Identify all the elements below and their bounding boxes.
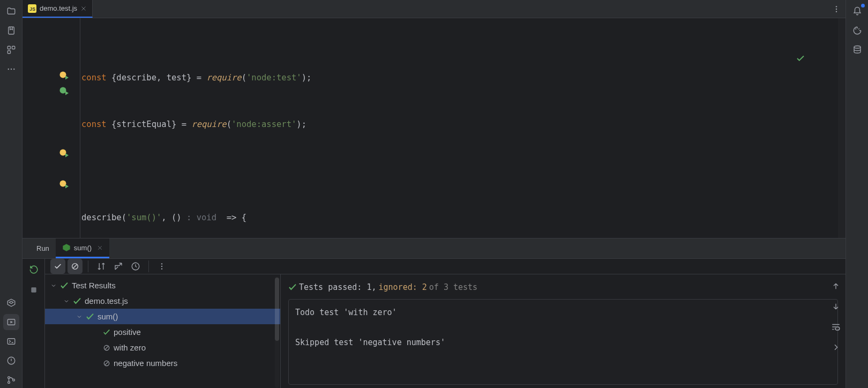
svg-marker-10 <box>10 321 13 324</box>
up-icon[interactable] <box>828 279 843 294</box>
svg-point-25 <box>60 150 66 156</box>
tree-suite[interactable]: sum() <box>45 309 280 324</box>
code-area[interactable]: const {describe, test} = require('node:t… <box>80 18 845 238</box>
svg-marker-29 <box>63 244 70 251</box>
services-icon[interactable] <box>3 295 19 311</box>
run-tab-run[interactable]: Run <box>30 238 56 258</box>
console-side-toolbar <box>828 279 843 355</box>
tree-file[interactable]: demo.test.js <box>45 293 280 309</box>
database-icon[interactable] <box>849 42 865 58</box>
svg-point-20 <box>836 11 837 12</box>
chevron-down-icon <box>63 298 70 304</box>
editor-tab[interactable]: JS demo.test.js <box>23 0 93 18</box>
svg-point-34 <box>161 263 162 264</box>
editor-scrollbar[interactable] <box>838 18 845 238</box>
terminal-icon[interactable] <box>3 333 19 349</box>
run-gutter-icon[interactable] <box>59 148 69 158</box>
pass-icon <box>103 329 110 336</box>
test-console[interactable]: Tests passed: 1, ignored: 2 of 3 tests T… <box>281 274 845 388</box>
chevron-down-icon <box>76 314 83 320</box>
run-gutter-icon[interactable] <box>59 86 69 96</box>
chevron-right-icon[interactable] <box>828 340 843 355</box>
js-file-icon: JS <box>28 4 36 13</box>
svg-point-5 <box>10 69 11 70</box>
softwrap-icon[interactable] <box>828 319 843 334</box>
editor-gutter[interactable] <box>23 18 80 238</box>
tab-close-icon[interactable] <box>80 5 87 12</box>
left-toolstrip <box>0 0 23 388</box>
svg-rect-11 <box>8 339 15 345</box>
svg-point-39 <box>854 46 860 49</box>
svg-marker-8 <box>9 301 13 304</box>
svg-point-6 <box>13 69 14 70</box>
svg-point-4 <box>8 69 9 70</box>
svg-rect-0 <box>8 27 14 34</box>
pass-icon <box>86 312 94 321</box>
toolbar-more-icon[interactable] <box>154 259 169 274</box>
inspection-ok-icon[interactable] <box>796 23 836 94</box>
show-passed-icon[interactable] <box>50 259 65 274</box>
tab-filename: demo.test.js <box>40 4 77 12</box>
console-line: Todo test 'with zero' <box>295 305 831 320</box>
console-line: Skipped test 'negative numbers' <box>295 335 831 350</box>
run-panel: Run sum() <box>23 238 845 388</box>
editor[interactable]: const {describe, test} = require('node:t… <box>23 18 845 238</box>
problems-icon[interactable] <box>3 353 19 369</box>
run-tabs: Run sum() <box>23 238 845 259</box>
ai-icon[interactable] <box>849 23 865 39</box>
svg-point-13 <box>8 377 10 379</box>
show-ignored-icon[interactable] <box>68 259 83 274</box>
run-gutter-icon[interactable] <box>59 71 69 80</box>
ignored-icon <box>103 360 110 367</box>
test-tree[interactable]: Test Results demo.test.js sum() <box>45 274 281 388</box>
svg-point-27 <box>60 181 66 187</box>
structure-icon[interactable] <box>3 42 19 58</box>
notifications-icon[interactable] <box>849 3 865 19</box>
svg-marker-28 <box>65 184 69 189</box>
tab-options-icon[interactable] <box>827 0 845 18</box>
expand-icon[interactable] <box>111 259 126 274</box>
pass-icon <box>73 297 81 305</box>
svg-text:JS: JS <box>29 6 35 12</box>
svg-point-21 <box>60 72 66 78</box>
main-area: JS demo.test.js <box>23 0 845 388</box>
tree-root[interactable]: Test Results <box>45 278 280 293</box>
svg-marker-22 <box>65 76 69 80</box>
tree-test[interactable]: positive <box>45 324 280 340</box>
more-icon[interactable] <box>3 61 19 77</box>
vcs-icon[interactable] <box>3 372 19 388</box>
down-icon[interactable] <box>828 299 843 314</box>
editor-tabbar: JS demo.test.js <box>23 0 845 18</box>
right-toolstrip <box>845 0 868 388</box>
tree-test[interactable]: negative numbers <box>45 355 280 371</box>
test-toolbar <box>45 259 845 274</box>
console-output[interactable]: Todo test 'with zero' Skipped test 'nega… <box>288 299 838 385</box>
svg-point-14 <box>8 382 10 384</box>
run-side-toolbar <box>23 259 45 388</box>
tree-test[interactable]: with zero <box>45 340 280 355</box>
project-icon[interactable] <box>3 3 19 19</box>
svg-rect-2 <box>12 46 14 49</box>
svg-marker-7 <box>8 299 15 307</box>
svg-marker-24 <box>65 91 69 95</box>
run-tab-close-icon[interactable] <box>97 245 103 251</box>
history-icon[interactable] <box>128 259 143 274</box>
chevron-down-icon <box>50 282 57 289</box>
tree-scrollbar[interactable] <box>275 277 279 388</box>
rerun-icon[interactable] <box>26 262 41 277</box>
test-summary: Tests passed: 1, ignored: 2 of 3 tests <box>288 280 838 298</box>
ignored-icon <box>103 344 110 352</box>
svg-marker-26 <box>65 153 69 158</box>
run-gutter-icon[interactable] <box>59 180 69 189</box>
pass-icon <box>288 283 297 292</box>
svg-point-35 <box>161 266 162 267</box>
bookmark-icon[interactable] <box>3 23 19 39</box>
sort-icon[interactable] <box>94 259 109 274</box>
stop-icon[interactable] <box>26 282 41 297</box>
run-tab-config[interactable]: sum() <box>56 238 109 258</box>
svg-rect-31 <box>31 287 36 292</box>
nodejs-icon <box>62 243 71 252</box>
svg-point-19 <box>836 8 837 9</box>
svg-rect-3 <box>8 51 10 54</box>
run-toolwindow-icon[interactable] <box>3 314 19 330</box>
